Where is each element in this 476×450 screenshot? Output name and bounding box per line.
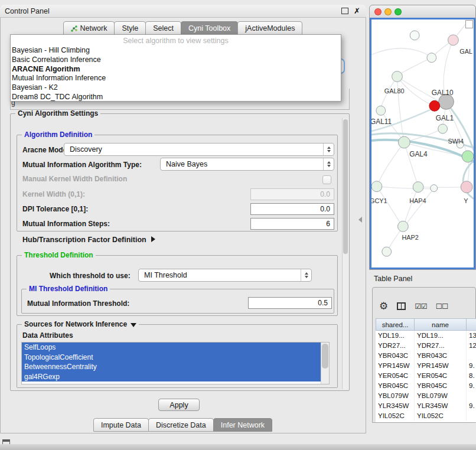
bottom-tabs: Impute Data Discretize Data Infer Networ… [0,418,366,432]
network-edge [404,142,418,185]
network-tab-icon [71,25,77,32]
network-node[interactable] [461,181,472,193]
algorithm-option[interactable]: ARACNE Algorithm [11,65,341,74]
combo-stepper-icon [323,158,334,170]
network-node[interactable] [438,124,448,133]
close-icon[interactable]: ✗ [354,7,360,15]
table-row[interactable]: YER054C YER054C 8. [376,371,476,381]
table-panel-title: Table Panel [374,275,412,283]
tab-label: Impute Data [101,421,141,429]
tab[interactable]: Impute Data [93,418,149,432]
float-window-icon[interactable] [341,8,348,14]
algorithm-option[interactable]: Bayesian - Hill Climbing [11,46,341,56]
network-node[interactable] [410,31,419,40]
hub-section-toggle[interactable]: Hub/Transcription Factor Definition [22,236,155,244]
which-threshold-select[interactable]: MI Threshold [138,269,312,282]
network-node[interactable] [382,247,392,256]
attribute-item[interactable]: SelfLoops [22,343,321,353]
aracne-mode-label: Aracne Mode: [22,146,69,154]
kernel-width-field[interactable]: 0.0 [250,188,334,200]
table-row[interactable]: YPR145W YPR145W 9. [376,361,476,371]
node-label: GAL [459,48,472,55]
network-node[interactable] [376,106,386,115]
table-row[interactable]: YIL052C YIL052C [376,411,476,421]
tab[interactable]: Network [63,21,115,35]
algorithm-placeholder: Select algorithm to view settings [11,35,341,46]
manual-kernel-checkbox[interactable] [322,175,331,184]
node-label: HAP2 [402,234,418,241]
mi-steps-field[interactable]: 6 [250,218,334,230]
chevron-down-icon [131,323,136,327]
column-header[interactable] [467,318,476,331]
sources-title[interactable]: Sources for Network Inference [22,320,139,328]
algorithm-option[interactable]: Basic Correlation Inference [11,56,341,65]
tab[interactable]: Select [145,21,181,35]
tab[interactable]: Cyni Toolbox [181,21,238,35]
aracne-mode-select[interactable]: Discovery [64,143,334,156]
network-edge [377,187,401,224]
close-button[interactable] [374,8,382,15]
columns-icon[interactable] [397,302,406,310]
column-header[interactable]: shared... [376,318,415,331]
network-node[interactable] [413,182,423,193]
threshold-definition-title: Threshold Definition [22,251,96,259]
network-node[interactable] [427,53,436,63]
table-row[interactable]: YDL19... YDL19... 13 [376,331,476,341]
tab-label: Infer Network [221,421,265,429]
table-row[interactable]: YLR345W YLR345W 9. [376,401,476,411]
mi-type-label: Mutual Information Algorithm Type: [22,161,142,169]
network-node[interactable] [398,136,410,148]
network-node[interactable] [392,71,403,82]
dpi-tolerance-label: DPI Tolerance [0,1]: [22,205,88,213]
table-row[interactable]: YBR043C YBR043C [376,351,476,361]
network-node[interactable] [371,181,382,192]
network-node[interactable] [462,151,474,162]
zoom-button[interactable] [395,8,402,15]
list-scrollbar[interactable] [321,343,329,384]
node-label: GAL80 [384,87,405,94]
attribute-item[interactable]: TopologicalCoefficient [22,353,321,363]
algorithm-option[interactable]: Bayesian - K2 [11,83,341,93]
algorithm-dropdown-popup: Select algorithm to view settings Bayesi… [10,34,341,102]
combo-stepper-icon [301,269,311,281]
deselect-all-boxes-icon[interactable]: ☐☐ [436,302,448,311]
mi-threshold-field[interactable]: 0.5 [248,297,332,309]
network-window-titlebar [370,5,475,18]
attribute-item[interactable]: gal4RGexp [22,372,321,382]
network-node[interactable] [431,185,438,192]
minimize-button[interactable] [384,8,392,15]
network-view-window: GAL80GALGAL10GAL11GAL1SWI4GAL4GCY1HAP4YH… [369,5,476,270]
network-canvas[interactable]: GAL80GALGAL10GAL11GAL1SWI4GAL4GCY1HAP4YH… [370,18,475,269]
settings-scrollbar-thumb[interactable] [343,119,348,254]
algorithm-definition-title: Algorithm Definition [22,131,94,139]
split-pane-collapse-icon[interactable] [358,217,362,223]
apply-button[interactable]: Apply [158,399,200,411]
node-label: HAP4 [409,197,426,204]
table-row[interactable]: YBL079W YBL079W [376,391,476,401]
node-label: GAL10 [432,89,454,97]
node-label: SWI4 [448,138,464,145]
canvas-corner-box [465,20,473,28]
network-node[interactable] [448,35,459,45]
node-table: shared...name YDL19... YDL19... 13 YDR27… [376,318,476,422]
mi-algorithm-type-select[interactable]: Naive Bayes [160,158,334,171]
select-all-checks-icon[interactable]: ☑☑ [415,302,426,311]
attribute-item[interactable]: BetweennessCentrality [22,362,321,372]
tab[interactable]: Style [114,21,146,35]
settings-scrollbar[interactable] [342,118,348,389]
column-header[interactable]: name [415,318,467,331]
algorithm-option[interactable]: Dream8 DC_TDC Algorithm [11,93,341,102]
table-header: shared...name [376,318,476,331]
tab[interactable]: jActiveModules [237,21,302,35]
settings-gear-icon[interactable]: ⚙ [379,301,388,311]
tab[interactable]: Discretize Data [148,418,214,432]
list-scrollbar-thumb[interactable] [322,344,328,369]
network-node[interactable] [397,221,408,231]
which-threshold-label: Which threshold to use: [50,272,131,280]
table-row[interactable]: YDR27... YDR27... 12 [376,341,476,351]
network-node[interactable] [429,100,440,111]
tab[interactable]: Infer Network [213,418,272,432]
dpi-tolerance-field[interactable]: 0.0 [250,203,334,215]
algorithm-option[interactable]: Mutual Information Inference [11,74,341,83]
table-row[interactable]: YBR045C YBR045C 9. [376,381,476,391]
